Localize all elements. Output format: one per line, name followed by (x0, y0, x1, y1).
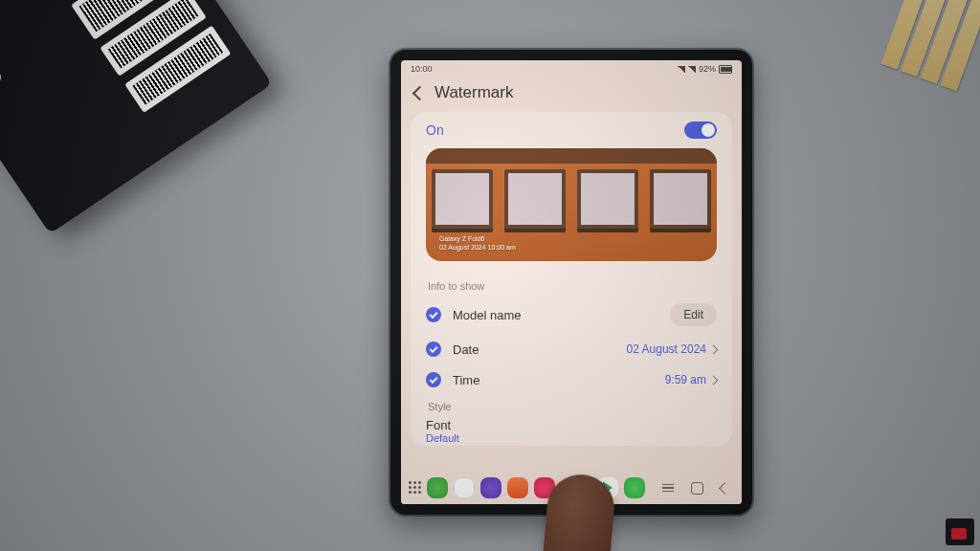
section-label-style: Style (411, 395, 732, 416)
content: On Galaxy Z Fold6 02 Aug (401, 112, 742, 472)
corner-card (946, 518, 974, 545)
status-time: 10:00 (411, 64, 433, 74)
signal-icon (688, 66, 696, 73)
preview-window (432, 169, 493, 229)
back-nav-button[interactable] (721, 481, 729, 495)
row-font[interactable]: Font Default (411, 416, 732, 446)
wooden-block (878, 0, 980, 112)
checkbox-checked-icon[interactable] (426, 307, 441, 322)
row-label: Model name (453, 308, 658, 322)
section-label-info: Info to show (411, 275, 732, 296)
battery-icon (719, 65, 732, 74)
apps-grid-icon[interactable] (409, 481, 421, 495)
product-box-label: Galaxy Z Fold6 (0, 0, 9, 91)
product-box-barcodes (42, 0, 231, 113)
back-button[interactable] (412, 85, 428, 100)
home-button[interactable] (691, 481, 703, 495)
font-label: Font (426, 418, 451, 432)
toggle-switch[interactable] (684, 121, 717, 139)
signal-icon (678, 66, 685, 73)
row-value[interactable]: 02 August 2024 (627, 342, 717, 356)
font-value: Default (426, 432, 459, 444)
main-panel: On Galaxy Z Fold6 02 Aug (411, 112, 732, 446)
row-value[interactable]: 9:59 am (665, 373, 717, 386)
battery-pct: 92% (699, 64, 716, 74)
recents-button[interactable] (662, 481, 674, 495)
toggle-label: On (426, 122, 444, 138)
status-right: 92% (678, 64, 732, 74)
wm-model: Galaxy Z Fold6 (439, 234, 516, 243)
watermark-preview: Galaxy Z Fold6 02 August 2024 10:00 am (426, 148, 717, 261)
row-model-name[interactable]: Model name Edit (411, 296, 732, 334)
whatsapp-icon[interactable] (624, 477, 645, 498)
chevron-right-icon (709, 375, 719, 385)
row-time[interactable]: Time 9:59 am (411, 364, 732, 395)
status-bar: 10:00 92% (401, 60, 742, 77)
row-label: Time (453, 373, 654, 387)
browser-app-icon[interactable] (480, 477, 501, 498)
store-app-icon[interactable] (507, 477, 528, 498)
messages-app-icon[interactable] (454, 477, 475, 498)
wm-datetime: 02 August 2024 10:00 am (439, 243, 516, 252)
preview-window (577, 169, 638, 229)
row-label: Date (453, 342, 615, 357)
checkbox-checked-icon[interactable] (426, 342, 441, 357)
page-title: Watermark (434, 83, 514, 102)
tablet-device: 10:00 92% Watermark On (390, 50, 752, 515)
desk-scene: Galaxy Z Fold6 10:00 92% Wate (0, 0, 980, 551)
edit-button[interactable]: Edit (670, 303, 717, 326)
product-box: Galaxy Z Fold6 (0, 0, 272, 233)
phone-app-icon[interactable] (427, 477, 448, 498)
chevron-right-icon (709, 344, 719, 354)
title-bar: Watermark (401, 77, 742, 112)
checkbox-checked-icon[interactable] (426, 372, 441, 387)
preview-window (504, 169, 566, 229)
preview-window (650, 169, 711, 229)
row-date[interactable]: Date 02 August 2024 (411, 334, 732, 364)
screen: 10:00 92% Watermark On (401, 60, 742, 504)
preview-watermark-text: Galaxy Z Fold6 02 August 2024 10:00 am (439, 234, 516, 252)
master-toggle-row[interactable]: On (411, 112, 732, 148)
